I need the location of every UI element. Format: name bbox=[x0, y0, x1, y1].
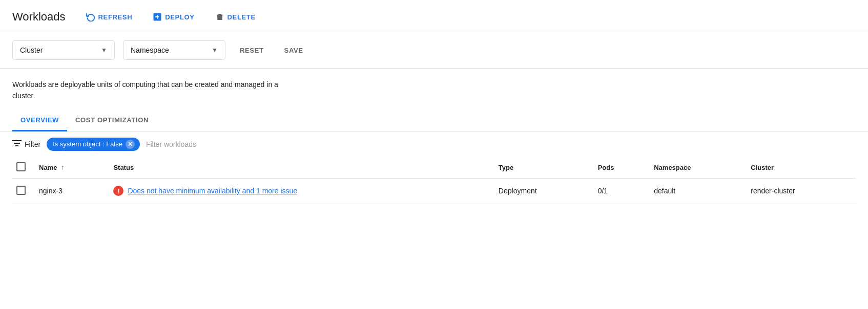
filter-lines-icon bbox=[12, 140, 22, 148]
tab-cost-optimization[interactable]: COST OPTIMIZATION bbox=[67, 110, 157, 131]
col-name: Name ↑ bbox=[33, 157, 107, 179]
namespace-label: Namespace bbox=[131, 46, 169, 54]
row-checkbox-cell bbox=[12, 178, 33, 204]
namespace-dropdown[interactable]: Namespace ▼ bbox=[123, 40, 225, 60]
row-status-cell: ! Does not have minimum availability and… bbox=[107, 178, 492, 204]
error-icon: ! bbox=[113, 186, 123, 196]
col-status: Status bbox=[107, 157, 492, 179]
workloads-table: Name ↑ Status Type Pods Namespace Cluste… bbox=[12, 157, 856, 204]
row-cluster-cell: render-cluster bbox=[745, 178, 856, 204]
row-type-cell: Deployment bbox=[492, 178, 592, 204]
delete-icon bbox=[215, 12, 224, 21]
tabs-bar: OVERVIEW COST OPTIMIZATION bbox=[0, 110, 868, 131]
chip-close-icon[interactable]: ✕ bbox=[126, 140, 135, 149]
deploy-icon bbox=[153, 12, 162, 21]
save-button[interactable]: SAVE bbox=[278, 42, 309, 58]
chip-label: Is system object : False bbox=[53, 140, 122, 148]
row-name-cell: nginx-3 bbox=[33, 178, 107, 204]
row-pods-cell: 0/1 bbox=[592, 178, 648, 204]
refresh-icon bbox=[86, 12, 95, 21]
cluster-label: Cluster bbox=[20, 46, 43, 54]
filter-workloads-input[interactable]: Filter workloads bbox=[146, 140, 196, 148]
active-filter-chip[interactable]: Is system object : False ✕ bbox=[47, 138, 140, 151]
header-checkbox[interactable] bbox=[16, 162, 26, 171]
col-checkbox bbox=[12, 157, 33, 179]
description-text: Workloads are deployable units of comput… bbox=[0, 69, 307, 106]
col-type: Type bbox=[492, 157, 592, 179]
refresh-button[interactable]: REFRESH bbox=[82, 9, 137, 25]
row-namespace-cell: default bbox=[648, 178, 745, 204]
table-header-row: Name ↑ Status Type Pods Namespace Cluste… bbox=[12, 157, 856, 179]
col-pods: Pods bbox=[592, 157, 648, 179]
workloads-filter-bar: Filter Is system object : False ✕ Filter… bbox=[0, 131, 868, 157]
workload-name[interactable]: nginx-3 bbox=[39, 187, 63, 195]
workloads-table-container: Name ↑ Status Type Pods Namespace Cluste… bbox=[0, 157, 868, 204]
status-error-container: ! Does not have minimum availability and… bbox=[113, 186, 486, 196]
deploy-button[interactable]: DEPLOY bbox=[149, 9, 198, 25]
row-checkbox[interactable] bbox=[16, 186, 26, 195]
delete-label: DELETE bbox=[228, 13, 256, 21]
filter-button[interactable]: Filter bbox=[12, 140, 40, 148]
tab-overview[interactable]: OVERVIEW bbox=[12, 110, 67, 131]
table-row: nginx-3 ! Does not have minimum availabi… bbox=[12, 178, 856, 204]
namespace-chevron-icon: ▼ bbox=[212, 47, 218, 54]
filter-label: Filter bbox=[25, 140, 40, 148]
status-error-link[interactable]: Does not have minimum availability and 1… bbox=[128, 187, 297, 195]
cluster-dropdown[interactable]: Cluster ▼ bbox=[12, 40, 115, 60]
filter-row: Cluster ▼ Namespace ▼ RESET SAVE bbox=[0, 32, 868, 69]
header: Workloads REFRESH DEPLOY DELETE bbox=[0, 0, 868, 32]
deploy-label: DEPLOY bbox=[165, 13, 194, 21]
reset-button[interactable]: RESET bbox=[234, 42, 270, 58]
refresh-label: REFRESH bbox=[98, 13, 133, 21]
cluster-chevron-icon: ▼ bbox=[101, 47, 107, 54]
col-namespace: Namespace bbox=[648, 157, 745, 179]
delete-button[interactable]: DELETE bbox=[211, 9, 260, 25]
col-cluster: Cluster bbox=[745, 157, 856, 179]
page-title: Workloads bbox=[12, 10, 66, 24]
sort-name-icon[interactable]: ↑ bbox=[61, 163, 65, 171]
